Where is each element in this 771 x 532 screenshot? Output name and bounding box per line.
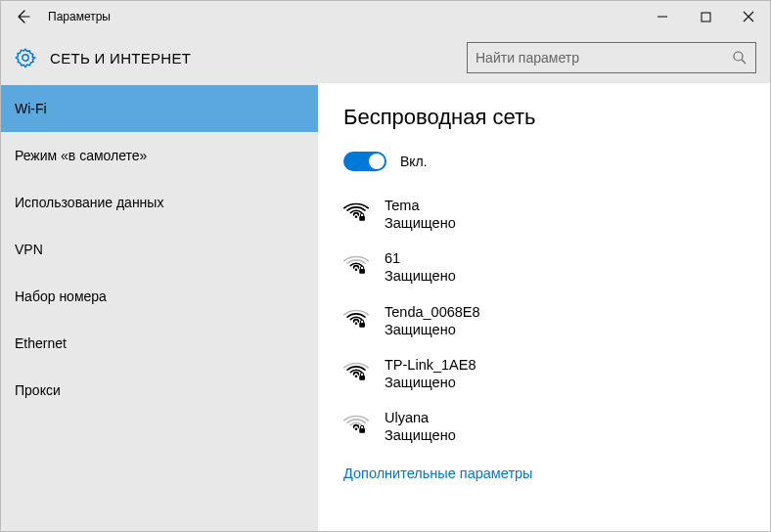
maximize-button[interactable] <box>684 1 727 32</box>
network-item-4[interactable]: Ulyana Защищено <box>343 409 770 444</box>
titlebar: Параметры <box>1 1 770 32</box>
sidebar-item-5[interactable]: Ethernet <box>1 320 318 367</box>
network-name: TP-Link_1AE8 <box>385 356 476 374</box>
svg-point-4 <box>355 269 358 272</box>
close-button[interactable] <box>727 1 770 32</box>
network-status: Защищено <box>385 214 456 232</box>
maximize-icon <box>701 12 711 22</box>
content: Беспроводная сеть Вкл. Tema Защищено 61 … <box>318 83 770 531</box>
svg-point-1 <box>734 52 743 61</box>
network-item-1[interactable]: 61 Защищено <box>343 249 770 285</box>
wifi-toggle-row: Вкл. <box>343 152 770 171</box>
network-text: 61 Защищено <box>385 249 456 285</box>
wifi-signal-icon <box>343 200 369 223</box>
network-name: Ulyana <box>385 409 456 426</box>
network-name: 61 <box>385 249 456 267</box>
header: СЕТЬ И ИНТЕРНЕТ <box>1 32 770 83</box>
network-status: Защищено <box>385 374 476 391</box>
svg-point-2 <box>355 215 358 218</box>
network-text: TP-Link_1AE8 Защищено <box>385 356 476 391</box>
close-icon <box>743 11 754 22</box>
sidebar-item-label: VPN <box>15 242 43 257</box>
network-text: Ulyana Защищено <box>385 409 456 444</box>
wifi-signal-icon <box>343 412 369 435</box>
svg-rect-0 <box>702 13 710 22</box>
svg-rect-11 <box>359 428 365 433</box>
back-button[interactable] <box>1 1 44 32</box>
page-heading: Беспроводная сеть <box>343 105 770 130</box>
back-arrow-icon <box>15 9 30 24</box>
sidebar-item-3[interactable]: VPN <box>1 226 318 273</box>
network-name: Tema <box>385 197 456 214</box>
toggle-knob <box>369 154 385 169</box>
wifi-toggle[interactable] <box>343 152 386 171</box>
sidebar-item-label: Режим «в самолете» <box>15 148 147 163</box>
network-text: Tema Защищено <box>385 197 456 232</box>
sidebar-item-4[interactable]: Набор номера <box>1 273 318 320</box>
network-status: Защищено <box>385 321 480 338</box>
minimize-icon <box>657 11 668 22</box>
svg-point-6 <box>355 322 358 325</box>
network-item-2[interactable]: Tenda_0068E8 Защищено <box>343 303 770 338</box>
sidebar-item-label: Ethernet <box>15 335 67 351</box>
sidebar-item-label: Набор номера <box>15 288 107 304</box>
window-controls <box>641 1 770 32</box>
minimize-button[interactable] <box>641 1 684 32</box>
sidebar-item-1[interactable]: Режим «в самолете» <box>1 132 318 179</box>
wifi-signal-icon <box>343 306 369 330</box>
advanced-settings-link[interactable]: Дополнительные параметры <box>343 466 770 481</box>
settings-window: Параметры СЕТЬ И ИНТЕРНЕТ W <box>0 0 771 532</box>
search-box[interactable] <box>467 42 756 73</box>
network-status: Защищено <box>385 426 456 444</box>
svg-rect-3 <box>359 216 365 221</box>
network-text: Tenda_0068E8 Защищено <box>385 303 480 338</box>
gear-icon <box>15 47 36 68</box>
network-item-3[interactable]: TP-Link_1AE8 Защищено <box>343 356 770 391</box>
svg-rect-7 <box>359 322 365 327</box>
wifi-signal-icon <box>343 359 369 382</box>
sidebar: Wi-FiРежим «в самолете»Использование дан… <box>1 83 318 531</box>
sidebar-item-0[interactable]: Wi-Fi <box>1 85 318 132</box>
network-item-0[interactable]: Tema Защищено <box>343 197 770 232</box>
body: Wi-FiРежим «в самолете»Использование дан… <box>1 83 770 531</box>
svg-point-8 <box>355 375 358 377</box>
sidebar-item-label: Wi-Fi <box>15 101 47 116</box>
wifi-toggle-label: Вкл. <box>400 154 428 169</box>
window-title: Параметры <box>44 10 641 23</box>
section-title: СЕТЬ И ИНТЕРНЕТ <box>50 50 191 66</box>
sidebar-item-label: Прокси <box>15 382 61 398</box>
network-status: Защищено <box>385 267 456 285</box>
search-input[interactable] <box>476 50 726 66</box>
network-name: Tenda_0068E8 <box>385 303 480 321</box>
sidebar-item-6[interactable]: Прокси <box>1 367 318 414</box>
search-icon <box>732 50 748 66</box>
network-list: Tema Защищено 61 Защищено Tenda_0068E8 З… <box>343 197 770 444</box>
wifi-signal-icon <box>343 252 369 276</box>
sidebar-item-label: Использование данных <box>15 195 163 210</box>
svg-rect-9 <box>359 376 365 380</box>
svg-rect-5 <box>359 269 365 274</box>
sidebar-item-2[interactable]: Использование данных <box>1 179 318 226</box>
svg-point-10 <box>355 427 358 430</box>
